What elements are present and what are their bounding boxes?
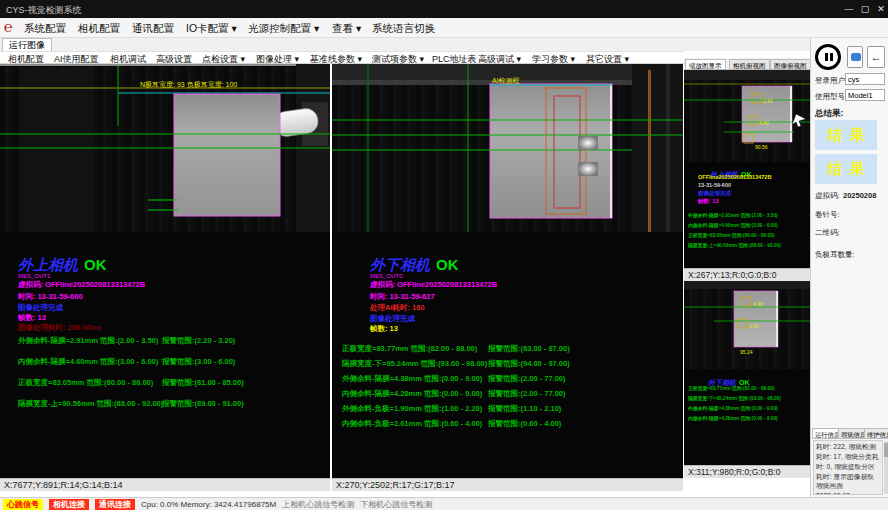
roi-value-label: 4.38: [753, 301, 763, 307]
right-panel: ← 登录用户: cys 使用型号: Model1 总结果: 结果 结果 虚拟码:…: [810, 38, 888, 497]
pixel-coords-upper: X:7677;Y:891;R:14;G:14;B:14: [0, 478, 330, 491]
ai-box-label: AI检测框: [492, 76, 520, 86]
barcode-value: 20250208: [843, 191, 876, 200]
barcode-label: 虚拟码:: [815, 191, 840, 201]
qr-label: 二维码:: [815, 228, 840, 238]
measure-label: 内侧余料-负极=2.61mm 范围:(0.60 - 4.00): [342, 419, 482, 429]
camera-overlay-lower: [332, 64, 683, 232]
total-result-label: 总结果:: [815, 108, 843, 120]
measure-label: 外侧余料-负极=1.90mm 范围:(1.00 - 2.20): [342, 404, 482, 414]
measure-label: 外侧余料-隔膜=2.91mm 范围:(2.00 - 3.50): [688, 212, 778, 218]
alarm-range-label: 报警范围:(0.60 - 4.00): [488, 419, 561, 429]
menu-language-switch[interactable]: 系统语言切换: [372, 22, 435, 36]
measure-label: 隔膜宽度-下=95.24mm 范围:(93.00 - 98.00): [688, 395, 781, 401]
minimize-button[interactable]: —: [842, 2, 856, 16]
overlay-width-label: N极耳宽度: 93 负极耳宽度: 100: [140, 80, 237, 90]
barcode-line: 虚拟码: OFFline2025020813313472B: [18, 280, 145, 290]
roi-value-label: 2.91: [763, 98, 773, 104]
close-button[interactable]: ✕: [874, 2, 888, 16]
measure-label: 外侧余料-隔膜=4.38mm 范围:(0.00 - 9.00): [688, 405, 778, 411]
menu-light-config[interactable]: 光源控制配置 ▾: [248, 22, 319, 36]
camera-name-label: 外上相机: [18, 256, 78, 273]
menu-camera-config[interactable]: 相机配置: [78, 22, 120, 36]
ai-time-line: 处理AI耗时: 160: [370, 303, 425, 313]
zoom-tab-row: 缩放图显示 相机俯视图 图像俯视图: [684, 58, 810, 70]
title-bar: CYS-视觉检测系统 — ▢ ✕: [0, 0, 888, 18]
measure-label: 内侧余料-隔膜=4.60mm 范围:(3.00 - 6.00): [18, 357, 158, 367]
tab-camera-view[interactable]: 相机俯视图: [729, 59, 770, 70]
measure-label: 外侧余料-隔膜=2.91mm 范围:(2.00 - 3.50): [18, 336, 158, 346]
time-line: 时间: 13-31-59-600: [18, 292, 83, 302]
result-ok-label: OK: [436, 256, 459, 273]
cpu-memory-text: Cpu: 0.0% Memory: 3424.41796875M: [141, 500, 276, 509]
alarm-range-label: 报警范围:(94.00 - 97.00): [488, 359, 570, 369]
measure-label: 正极宽度=83.05mm 范围:(80.00 - 86.00): [18, 378, 153, 388]
page-tab-row: 运行图像: [0, 38, 888, 51]
menu-system-config[interactable]: 系统配置: [24, 22, 66, 36]
camera-link-badge: 相机连接: [49, 499, 89, 510]
lower-heartbeat-text: 下相机心跳信号检测: [360, 499, 432, 510]
time-line: 时间: 13-31-59-627: [370, 292, 435, 302]
menu-io-config[interactable]: IO卡配置 ▾: [186, 22, 237, 36]
login-user-label: 登录用户:: [815, 76, 847, 86]
alarm-range-label: 报警范围:(2.00 - 77.00): [488, 374, 566, 384]
measure-label: 隔膜宽度-上=90.56mm 范围:(88.00 - 92.00): [18, 399, 163, 409]
measure-label: 内侧余料-隔膜=4.28mm 范围:(0.00 - 9.00): [688, 415, 778, 421]
model-label: 使用型号:: [815, 92, 847, 102]
zoom-view-lower[interactable]: 4.38 1.90 95.24 外下相机OK 正极宽度=83.77mm 范围:(…: [684, 281, 810, 465]
menu-bar: ℮ 系统配置 相机配置 通讯配置 IO卡配置 ▾ 光源控制配置 ▾ 查看 ▾ 系…: [0, 18, 888, 38]
app-window: CYS-视觉检测系统 — ▢ ✕ ℮ 系统配置 相机配置 通讯配置 IO卡配置 …: [0, 0, 888, 522]
measure-label: 外侧余料-隔膜=4.38mm 范围:(0.00 - 9.00): [342, 374, 482, 384]
toolbar: 相机配置 AI使用配置 相机调试 高级设置 点检设置 ▾ 图像处理 ▾ 基准线参…: [0, 51, 684, 64]
camera-view-lower[interactable]: AI检测框 外下相机OK MES_OUT0 虚拟码: OFFline202502…: [332, 64, 683, 478]
elapsed-line: 图像处理耗时: 256.00ms: [18, 323, 101, 333]
upper-heartbeat-text: 上相机心跳信号检测: [282, 499, 354, 510]
model-field[interactable]: Model1: [845, 89, 885, 101]
log-scrollbar[interactable]: [884, 441, 888, 494]
done-line: 图像处理完成: [18, 303, 63, 313]
result-ok-label: OK: [84, 256, 107, 273]
alarm-range-label: 报警范围:(83.00 - 87.00): [488, 344, 570, 354]
menu-comm-config[interactable]: 通讯配置: [132, 22, 174, 36]
maximize-button[interactable]: ▢: [858, 2, 872, 16]
mouse-cursor: [792, 114, 806, 127]
needle-label: 卷针号:: [815, 210, 840, 220]
barcode-line: 虚拟码: OFFline2025020813313472B: [370, 280, 497, 290]
alarm-range-label: 报警范围:(1.10 - 2.10): [488, 404, 561, 414]
tab-count-label: 负极耳数量:: [815, 250, 855, 260]
result-box-upper: 结果: [815, 120, 877, 150]
menu-view[interactable]: 查看 ▾: [332, 22, 361, 36]
log-scrollbar-thumb[interactable]: [884, 443, 888, 457]
time-line: 13-31-59-600: [698, 182, 731, 188]
result-box-lower: 结果: [815, 154, 877, 184]
camera-view-upper[interactable]: N极耳宽度: 93 负极耳宽度: 100 外上相机OK MES_OUT1 虚拟码…: [0, 64, 330, 478]
app-logo-icon: ℮: [4, 19, 13, 36]
done-line: 图像处理完成: [370, 314, 415, 324]
back-button[interactable]: ←: [867, 46, 885, 68]
alarm-range-label: 报警范围:(3.00 - 6.00): [162, 357, 235, 367]
zoom-view-upper[interactable]: 2.91 4.60 90.56 外上相机OK OFFline2025020813…: [684, 70, 810, 268]
pause-button[interactable]: [815, 44, 841, 70]
tab-maint-info[interactable]: 维护信息: [864, 428, 888, 439]
pixel-coords-lower: X:270;Y:2502;R:17;G:17;B:17: [332, 478, 683, 491]
pause-icon: [825, 53, 828, 61]
zoom-overlay-lower: [684, 281, 810, 369]
back-arrow-icon: ←: [871, 51, 882, 63]
camera-icon: [851, 53, 861, 61]
login-user-field[interactable]: cys: [845, 73, 885, 85]
tab-zoom-display[interactable]: 缩放图显示: [685, 59, 726, 70]
measure-label: 正极宽度=83.05mm 范围:(80.00 - 86.00): [688, 232, 775, 238]
tab-run-image[interactable]: 运行图像: [2, 38, 52, 51]
roi-value-label: 95.24: [740, 349, 753, 355]
window-title: CYS-视觉检测系统: [6, 4, 82, 17]
alarm-range-label: 报警范围:(81.00 - 85.00): [162, 378, 244, 388]
done-line: 图像处理完成: [698, 190, 731, 197]
tab-image-view[interactable]: 图像俯视图: [770, 59, 811, 70]
capture-button[interactable]: [847, 46, 863, 68]
pause-icon: [830, 53, 833, 61]
frames-line: 帧数: 13: [698, 198, 718, 205]
measure-label: 内侧余料-隔膜=4.28mm 范围:(0.00 - 9.00): [342, 389, 482, 399]
status-bar: 心跳信号 相机连接 通讯连接 Cpu: 0.0% Memory: 3424.41…: [0, 497, 888, 510]
zoom-overlay-upper: [684, 70, 810, 162]
measure-label: 隔膜宽度-上=90.56mm 范围:(88.00 - 92.00): [688, 242, 781, 248]
